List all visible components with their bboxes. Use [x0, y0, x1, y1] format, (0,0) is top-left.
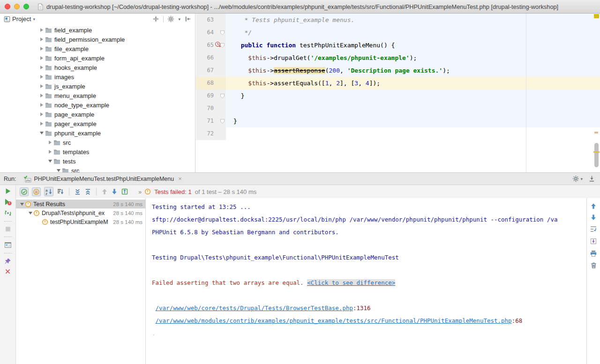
sort-alphabetically-icon[interactable]: az	[44, 187, 53, 196]
editor-line[interactable]: 72	[196, 127, 600, 140]
hide-window-icon[interactable]	[588, 175, 595, 182]
chevron-down-icon[interactable]: ▾	[33, 17, 35, 22]
project-tree-item[interactable]: form_api_example	[0, 53, 195, 63]
tree-chevron-icon[interactable]	[27, 212, 33, 215]
fold-marker-icon[interactable]	[220, 94, 225, 98]
project-tree-item[interactable]: field_example	[0, 25, 195, 35]
project-tree-item[interactable]: phpunit_example	[0, 128, 195, 138]
toggle-auto-test-icon[interactable]	[4, 209, 12, 217]
gear-icon[interactable]	[572, 175, 579, 182]
tree-chevron-icon[interactable]	[19, 203, 25, 206]
project-tool-icon	[4, 16, 10, 22]
minimize-window-button[interactable]	[14, 4, 20, 9]
main-area: Project ▾ ▾ field_examplefield_permissio…	[0, 14, 600, 172]
project-tree-item[interactable]: file_example	[0, 44, 195, 53]
rerun-failed-tests-icon[interactable]	[4, 198, 12, 206]
console-line	[152, 289, 586, 302]
editor-scrollbar[interactable]	[594, 143, 599, 167]
project-tree-item[interactable]: menu_example	[0, 91, 195, 100]
editor-line[interactable]: 64 */	[196, 26, 600, 39]
tree-chevron-icon[interactable]	[38, 132, 45, 134]
editor-gutter: 63	[196, 14, 226, 26]
print-icon[interactable]	[590, 250, 597, 257]
code-editor[interactable]: 63 * Tests phpunit_example menus.64 */65…	[196, 14, 600, 172]
test-tree-item[interactable]: Test Results28 s 140 ms	[16, 200, 145, 208]
sort-by-duration-icon[interactable]	[57, 188, 64, 195]
tree-chevron-icon[interactable]	[38, 94, 45, 97]
zoom-window-button[interactable]	[23, 4, 29, 9]
run-config-tab[interactable]: php PHPUnitExampleMenuTest.testPhpUnitEx…	[21, 173, 184, 185]
tree-chevron-icon[interactable]	[38, 75, 45, 79]
project-tree-item[interactable]: page_example	[0, 110, 195, 119]
clear-all-icon[interactable]	[590, 262, 597, 269]
diff-link[interactable]: <Click to see difference>	[307, 279, 395, 286]
line-number: 65	[196, 39, 214, 52]
soft-wrap-icon[interactable]	[590, 225, 597, 233]
project-tree-item[interactable]: js_example	[0, 82, 195, 91]
stack-trace-link[interactable]: /var/www/web/modules/contrib/examples/ph…	[156, 317, 512, 324]
restore-layout-icon[interactable]	[4, 241, 12, 249]
test-tree-item[interactable]: testPhpUnitExampleM28 s 140 ms	[16, 217, 145, 226]
tree-chevron-icon[interactable]	[38, 84, 45, 88]
editor-line[interactable]: 65 public function testPhpUnitExampleMen…	[196, 39, 600, 52]
close-tab-icon[interactable]: ×	[178, 175, 182, 182]
tree-chevron-icon[interactable]	[38, 56, 45, 60]
editor-line[interactable]: 71}	[196, 115, 600, 127]
project-tree-item[interactable]: src	[0, 138, 195, 147]
tree-chevron-icon[interactable]	[38, 66, 45, 69]
editor-line[interactable]: 70	[196, 102, 600, 115]
collapse-all-icon[interactable]	[152, 15, 159, 22]
project-tree-item[interactable]: templates	[0, 147, 195, 156]
editor-line[interactable]: 63 * Tests phpunit_example menus.	[196, 14, 600, 26]
console-text: Testing Drupal\Tests\phpunit_example\Fun…	[152, 254, 399, 261]
tree-chevron-icon[interactable]	[38, 47, 45, 51]
close-window-button[interactable]	[5, 4, 10, 9]
project-tree-item[interactable]: src	[0, 166, 195, 172]
editor-line[interactable]: 66 $this->drupalGet('/examples/phpunit-e…	[196, 52, 600, 64]
editor-gutter: 68	[196, 77, 226, 89]
tree-chevron-icon[interactable]	[38, 103, 45, 107]
tree-chevron-icon[interactable]	[38, 37, 45, 41]
next-failed-test-icon[interactable]	[111, 188, 118, 195]
tree-chevron-icon[interactable]	[38, 112, 45, 116]
collapse-all-tests-icon[interactable]	[84, 188, 91, 195]
previous-failed-test-icon[interactable]	[101, 188, 108, 195]
project-tree-item[interactable]: hooks_example	[0, 63, 195, 72]
tree-chevron-icon[interactable]	[38, 122, 45, 126]
editor-line[interactable]: 69 }	[196, 89, 600, 102]
tree-chevron-icon[interactable]	[47, 160, 53, 163]
fold-marker-icon[interactable]	[220, 119, 225, 124]
tree-chevron-icon[interactable]	[47, 141, 53, 144]
tree-chevron-icon[interactable]	[38, 28, 45, 32]
expand-all-icon[interactable]	[74, 188, 81, 195]
gear-icon[interactable]	[167, 15, 174, 22]
project-tree-item[interactable]: tests	[0, 156, 195, 166]
project-tree-item[interactable]: pager_example	[0, 119, 195, 128]
project-tree-item[interactable]: node_type_example	[0, 100, 195, 110]
console-output[interactable]: Testing started at 13:25 ...sftp://docke…	[146, 198, 586, 364]
fold-marker-icon[interactable]	[220, 30, 225, 35]
import-test-results-icon[interactable]	[121, 188, 128, 195]
project-tool-button[interactable]: Project ▾	[4, 15, 35, 22]
pin-tab-icon[interactable]	[4, 258, 11, 265]
stack-trace-link[interactable]: /var/www/web/core/tests/Drupal/Tests/Bro…	[156, 305, 353, 312]
scroll-to-end-icon[interactable]	[590, 238, 597, 245]
stop-icon[interactable]	[5, 226, 11, 232]
show-ignored-icon[interactable]	[32, 187, 41, 196]
tree-chevron-icon[interactable]	[55, 169, 62, 172]
chevron-right-icon[interactable]: »	[138, 188, 141, 195]
close-icon[interactable]	[5, 268, 11, 275]
rerun-icon[interactable]	[5, 188, 11, 194]
project-tree-item[interactable]: images	[0, 72, 195, 82]
down-stack-trace-icon[interactable]	[590, 214, 597, 221]
chevron-down-icon[interactable]: ▾	[580, 177, 583, 181]
tree-chevron-icon[interactable]	[47, 150, 53, 154]
show-passed-icon[interactable]	[20, 187, 29, 196]
up-stack-trace-icon[interactable]	[590, 203, 597, 209]
editor-line[interactable]: 68 $this->assertEquals([1, 2], [3, 4]);	[196, 77, 600, 89]
hide-panel-icon[interactable]	[184, 15, 191, 22]
editor-line[interactable]: 67 $this->assertResponse(200, 'Descripti…	[196, 64, 600, 77]
test-tree-item[interactable]: Drupal\Tests\phpunit_ex28 s 140 ms	[16, 208, 145, 217]
project-tree-item[interactable]: field_permission_example	[0, 35, 195, 44]
chevron-down-icon[interactable]: ▾	[178, 17, 180, 22]
